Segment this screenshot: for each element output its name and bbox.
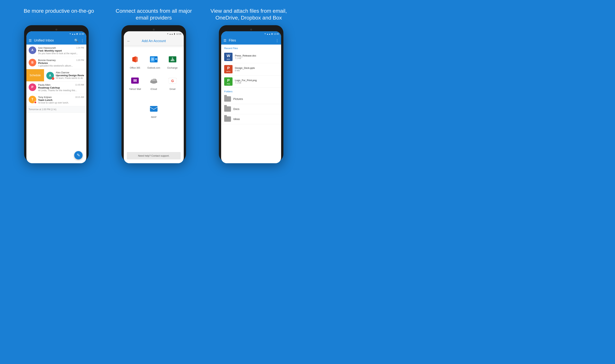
- status-bar-1: ▾ ▲▲ ▮ 12:30: [26, 31, 86, 37]
- file-name-1: Press_Release.doc: [235, 54, 278, 57]
- avatar-5: T: [29, 96, 36, 103]
- pptx-letter: P: [227, 66, 230, 70]
- email-item-3-swipe[interactable]: Schedule A ! Alex Darrow Upcoming Design…: [26, 69, 86, 81]
- camera-1: [55, 29, 57, 30]
- more-icon-3[interactable]: ⋮: [275, 39, 279, 43]
- folder-icon-3: [224, 117, 231, 122]
- email-item-2[interactable]: B Bonnie Kearney 1:20 PM Pictures I uplo…: [26, 57, 86, 69]
- hamburger-icon[interactable]: ☰: [29, 39, 32, 43]
- email-content-4: Paula Allen 11:03 AM Roadmap Catchup Hi …: [38, 83, 84, 92]
- email-item-4[interactable]: P Paula Allen 11:03 AM Roadmap Catchup H…: [26, 81, 86, 94]
- account-label-outlook: Outlook.com: [147, 66, 160, 69]
- column-title-1: Be more productive on-the-go: [11, 8, 106, 21]
- files-title: Files: [229, 39, 273, 42]
- back-arrow-icon[interactable]: ←: [127, 39, 131, 43]
- phone-accounts: ▾ ▲▲ ▮ 12:30 ← Add An Account: [122, 25, 186, 162]
- account-label-yahoo: Yahoo! Mail: [129, 88, 141, 91]
- file-name-3: Logo_For_Print.png: [235, 79, 278, 82]
- support-button[interactable]: Need help? Contact support.: [127, 152, 181, 159]
- account-yahoo[interactable]: ✉ Yahoo! Mail: [126, 72, 144, 93]
- phone-notch-2: [124, 27, 184, 31]
- camera-2: [153, 29, 155, 30]
- hamburger-icon-3[interactable]: ☰: [223, 39, 226, 43]
- png-icon: P PNG: [224, 77, 232, 86]
- swipe-email-content: A ! Alex Darrow Upcoming Design Revie Hi…: [44, 69, 86, 81]
- account-grid: W Office 365 O ✉: [124, 47, 184, 97]
- yahoo-icon: ✉: [130, 76, 139, 85]
- account-icloud[interactable]: iCloud: [144, 72, 163, 93]
- svg-text:✉: ✉: [133, 78, 137, 83]
- wifi-icon-2: ▾: [167, 33, 168, 35]
- subject-4: Roadmap Catchup: [38, 86, 84, 89]
- account-exchange[interactable]: E ⇄ Exchange: [163, 51, 182, 72]
- preview-5: I'd love to catch up over lunch.: [38, 102, 84, 104]
- time-4: 11:03 AM: [75, 84, 84, 86]
- preview-4: Hi Linda, Thanks for the meeting this...: [38, 89, 84, 92]
- exchange-icon: E ⇄: [168, 55, 177, 64]
- compose-fab[interactable]: ✎: [74, 151, 82, 159]
- column-title-3: View and attach files from email, OneDri…: [201, 8, 296, 21]
- inbox-toolbar: ☰ Unified Inbox 🔍 ⋮: [26, 37, 86, 45]
- swipe-action-label: Schedule: [26, 69, 44, 81]
- add-account-header: ← Add An Account: [124, 37, 184, 46]
- preview-1: Do you have time to look at the report..…: [38, 52, 84, 55]
- email-item-1[interactable]: A Aziz Hassouneh 1:34 PM Fwd: Monthly re…: [26, 45, 86, 57]
- account-office365[interactable]: W Office 365: [126, 51, 144, 72]
- folder-icon-2: [224, 106, 231, 112]
- sender-3: Alex Darrow: [56, 71, 69, 74]
- top-section: Be more productive on-the-go Connect acc…: [0, 0, 307, 25]
- outlook-icon-wrapper: O ✉: [149, 54, 159, 65]
- gmail-icon-wrapper: G: [167, 75, 178, 86]
- inbox-title: Unified Inbox: [34, 39, 72, 42]
- exchange-icon-wrapper: E ⇄: [167, 54, 178, 65]
- file-info-1: Press_Release.doc 7.1 KB: [235, 54, 278, 59]
- folder-item-1[interactable]: Pictures: [221, 94, 281, 104]
- signal-icon-3: ▲▲: [267, 33, 271, 35]
- subject-3: Upcoming Design Revie: [56, 74, 84, 77]
- search-icon[interactable]: 🔍: [74, 39, 78, 43]
- folder-name-2: Docs: [233, 107, 239, 111]
- account-outlook[interactable]: O ✉ Outlook.com: [144, 51, 163, 72]
- account-gmail[interactable]: G Gmail: [163, 72, 182, 93]
- account-label-gmail: Gmail: [169, 88, 175, 91]
- avatar-3: A !: [46, 72, 54, 79]
- status-bar-3: ▾ ▲▲ ▮ 12:30: [221, 31, 281, 37]
- account-label-office365: Office 365: [130, 66, 140, 69]
- sender-2: Bonnie Kearney: [38, 59, 56, 62]
- folder-item-3[interactable]: Ideas: [221, 114, 281, 124]
- status-icons-1: ▾ ▲▲ ▮: [70, 33, 78, 35]
- avatar-1: A: [29, 46, 36, 54]
- file-item-2[interactable]: P PPTX Design_Deck.pptx 6 MB: [221, 63, 281, 76]
- battery-icon-2: ▮: [174, 33, 175, 35]
- yahoo-icon-wrapper: ✉: [130, 75, 140, 86]
- file-item-1[interactable]: W DOC Press_Release.doc 7.1 KB: [221, 51, 281, 63]
- email-item-5[interactable]: T Tony Krijnen 10:21 AM Team Lunch I'd l…: [26, 94, 86, 106]
- imap-icon: [149, 104, 158, 113]
- fab-container: ✎: [26, 152, 86, 163]
- account-imap[interactable]: IMAP: [147, 100, 161, 121]
- email-content-1: Aziz Hassouneh 1:34 PM Fwd: Monthly repo…: [38, 46, 84, 55]
- sender-1: Aziz Hassouneh: [38, 46, 56, 49]
- status-bar-2: ▾ ▲▲ ▮ 12:30: [124, 31, 184, 37]
- phone-notch-3: [221, 27, 281, 31]
- doc-type: DOC: [227, 58, 230, 60]
- phone-inbox: ▾ ▲▲ ▮ 12:30 ☰ Unified Inbox 🔍 ⋮ A: [24, 25, 89, 162]
- email-header-2: Bonnie Kearney 1:20 PM: [38, 59, 84, 62]
- account-label-imap: IMAP: [151, 116, 156, 118]
- pptx-type: PPTX: [226, 71, 231, 72]
- svg-text:W: W: [134, 58, 136, 61]
- email-header-1: Aziz Hassouneh 1:34 PM: [38, 46, 84, 49]
- calendar-item: Tomorrow at 1:00 PM (1 hr): [26, 106, 86, 113]
- account-container: W Office 365 O ✉: [124, 47, 184, 163]
- recent-files-header: Recent Files: [221, 45, 281, 51]
- file-name-2: Design_Deck.pptx: [235, 66, 278, 69]
- email-header-4: Paula Allen 11:03 AM: [38, 83, 84, 86]
- file-size-1: 7.1 KB: [235, 57, 278, 59]
- file-info-2: Design_Deck.pptx 6 MB: [235, 66, 278, 72]
- icloud-icon: [149, 76, 158, 85]
- signal-icon: ▲▲: [71, 33, 76, 35]
- file-item-3[interactable]: P PNG Logo_For_Print.png 7.1 KB: [221, 76, 281, 88]
- phone-inner-3: ▾ ▲▲ ▮ 12:30 ☰ Files ⋮ Recent Files W: [221, 31, 281, 163]
- folder-item-2[interactable]: Docs: [221, 104, 281, 114]
- more-icon[interactable]: ⋮: [81, 39, 84, 43]
